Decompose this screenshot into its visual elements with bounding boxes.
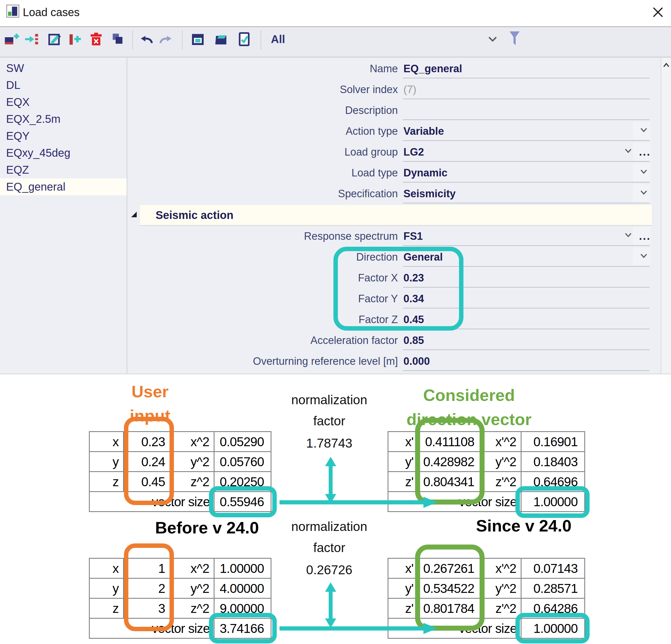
table-cell: 1.00000 bbox=[215, 559, 270, 578]
table-cell: 0.16901 bbox=[521, 432, 584, 451]
property-row: Description bbox=[128, 100, 661, 121]
section-collapse-icon[interactable] bbox=[131, 212, 137, 217]
list-item[interactable]: EQZ bbox=[0, 161, 127, 178]
table-cell: z bbox=[90, 472, 123, 491]
table-cell: z' bbox=[389, 472, 418, 491]
factor-z-field[interactable]: 0.45 bbox=[403, 309, 424, 330]
select-region-icon[interactable] bbox=[190, 31, 206, 47]
browse-button[interactable]: ... bbox=[639, 146, 651, 158]
list-item[interactable]: SW bbox=[0, 60, 127, 77]
property-label: Factor Z bbox=[128, 309, 398, 330]
property-row: Factor Y 0.34 bbox=[128, 288, 661, 309]
considered-label-line1: Considered bbox=[423, 386, 515, 405]
table-footer-label: vector size bbox=[389, 619, 521, 638]
load-group-select[interactable]: LG2 bbox=[403, 142, 424, 163]
table-cell: 0.05290 bbox=[215, 432, 270, 451]
factor-x-field[interactable]: 0.23 bbox=[403, 267, 424, 288]
check-list-icon[interactable] bbox=[237, 31, 252, 47]
table-cell: 0.411108 bbox=[419, 432, 481, 451]
add-load-case-icon[interactable] bbox=[4, 31, 20, 47]
list-item-selected[interactable]: EQ_general bbox=[0, 178, 127, 195]
dialog-content: SW DL EQX EQX_2.5m EQY EQxy_45deg EQZ EQ… bbox=[0, 58, 671, 374]
property-label: Direction bbox=[128, 247, 398, 267]
property-row: Load type Dynamic bbox=[128, 163, 661, 184]
user-input-label-line2: input bbox=[130, 406, 170, 425]
table-cell: 0.28571 bbox=[521, 579, 584, 598]
chevron-down-icon[interactable] bbox=[624, 148, 632, 154]
table-cell: y' bbox=[389, 579, 418, 598]
scrollbar[interactable] bbox=[661, 58, 671, 374]
filter-icon[interactable] bbox=[508, 31, 521, 49]
double-arrow-top bbox=[324, 456, 338, 504]
property-row: Specification Seismicity bbox=[128, 184, 661, 204]
specification-select[interactable]: Seismicity bbox=[403, 184, 456, 204]
table-cell: z' bbox=[389, 599, 418, 618]
table-cell: y'^2 bbox=[482, 579, 521, 598]
property-label: Factor X bbox=[128, 267, 398, 288]
direction-select[interactable]: General bbox=[403, 247, 443, 267]
solver-index-field: (7) bbox=[403, 79, 416, 100]
seismic-action-section[interactable]: Seismic action bbox=[140, 205, 652, 225]
normalization-factor-top-line1: normalization bbox=[291, 392, 367, 407]
chevron-down-icon[interactable] bbox=[640, 253, 647, 260]
close-icon[interactable] bbox=[650, 4, 666, 21]
table-cell: 0.801784 bbox=[419, 599, 481, 618]
table-footer-value: 0.55946 bbox=[215, 492, 270, 511]
property-label: Action type bbox=[128, 121, 398, 142]
toolbar-separator bbox=[132, 30, 133, 50]
table-cell: 0.18403 bbox=[521, 452, 584, 471]
chevron-down-icon[interactable] bbox=[488, 36, 497, 43]
property-label: Specification bbox=[128, 184, 398, 204]
window-icon bbox=[6, 4, 20, 18]
chevron-down-icon[interactable] bbox=[640, 127, 647, 134]
paste-load-case-icon[interactable] bbox=[67, 31, 83, 47]
property-row: Solver index (7) bbox=[128, 79, 661, 100]
normalization-factor-top-value: 1.78743 bbox=[306, 435, 352, 451]
dialog-bottom-edge bbox=[0, 374, 671, 374]
delete-load-case-icon[interactable] bbox=[88, 31, 104, 47]
page-title: Load cases bbox=[23, 6, 80, 18]
table-footer-label: vector size bbox=[90, 619, 214, 638]
scroll-up-icon[interactable] bbox=[663, 63, 670, 68]
list-item[interactable]: DL bbox=[0, 77, 127, 93]
redo-icon[interactable] bbox=[158, 31, 173, 47]
table-cell: z'^2 bbox=[482, 472, 521, 491]
table-cell: 0.804341 bbox=[419, 472, 481, 491]
table-footer-value: 1.00000 bbox=[521, 619, 584, 638]
list-item[interactable]: EQY bbox=[0, 127, 127, 144]
factor-y-field[interactable]: 0.34 bbox=[403, 288, 424, 309]
list-item[interactable]: EQxy_45deg bbox=[0, 144, 127, 161]
acceleration-factor-field[interactable]: 0.85 bbox=[403, 330, 424, 351]
property-label: Name bbox=[128, 58, 398, 79]
undo-icon[interactable] bbox=[139, 31, 154, 47]
duplicate-load-case-icon[interactable] bbox=[110, 31, 125, 47]
table-cell: x^2 bbox=[173, 432, 214, 451]
load-type-select[interactable]: Dynamic bbox=[403, 163, 447, 184]
list-item[interactable]: EQX_2.5m bbox=[0, 111, 127, 127]
table-cell: y' bbox=[389, 452, 418, 471]
chevron-down-icon[interactable] bbox=[624, 232, 632, 239]
table-cell: y bbox=[90, 452, 123, 471]
table-footer-value: 1.00000 bbox=[521, 492, 584, 511]
table-cell: 1 bbox=[124, 559, 172, 578]
list-item[interactable]: EQX bbox=[0, 93, 127, 111]
response-spectrum-select[interactable]: FS1 bbox=[403, 226, 423, 247]
table-cell: 4.00000 bbox=[215, 579, 270, 598]
table-direction-vector-bottom: x' 0.267261 x'^2 0.07143 y' 0.534522 y'^… bbox=[388, 558, 585, 639]
edit-load-case-icon[interactable] bbox=[47, 31, 63, 47]
name-field[interactable]: EQ_general bbox=[403, 58, 462, 79]
table-cell: 0.64286 bbox=[521, 599, 584, 618]
action-type-select[interactable]: Variable bbox=[403, 121, 444, 142]
table-user-input-example2: x 1 x^2 1.00000 y 2 y^2 4.00000 z 3 z^2 … bbox=[89, 558, 271, 639]
table-cell: 0.45 bbox=[124, 472, 172, 491]
insert-load-case-icon[interactable] bbox=[24, 31, 40, 47]
table-cell: x^2 bbox=[173, 559, 214, 578]
properties-panel: Name EQ_general Solver index (7) Descrip… bbox=[128, 58, 661, 374]
chevron-down-icon[interactable] bbox=[640, 190, 647, 196]
overturning-level-field[interactable]: 0.000 bbox=[403, 351, 430, 372]
filter-combo[interactable]: All bbox=[271, 33, 285, 46]
chevron-down-icon[interactable] bbox=[640, 169, 647, 175]
open-library-icon[interactable] bbox=[213, 31, 229, 47]
table-cell: 0.07143 bbox=[521, 559, 584, 578]
browse-button[interactable]: ... bbox=[639, 230, 651, 242]
